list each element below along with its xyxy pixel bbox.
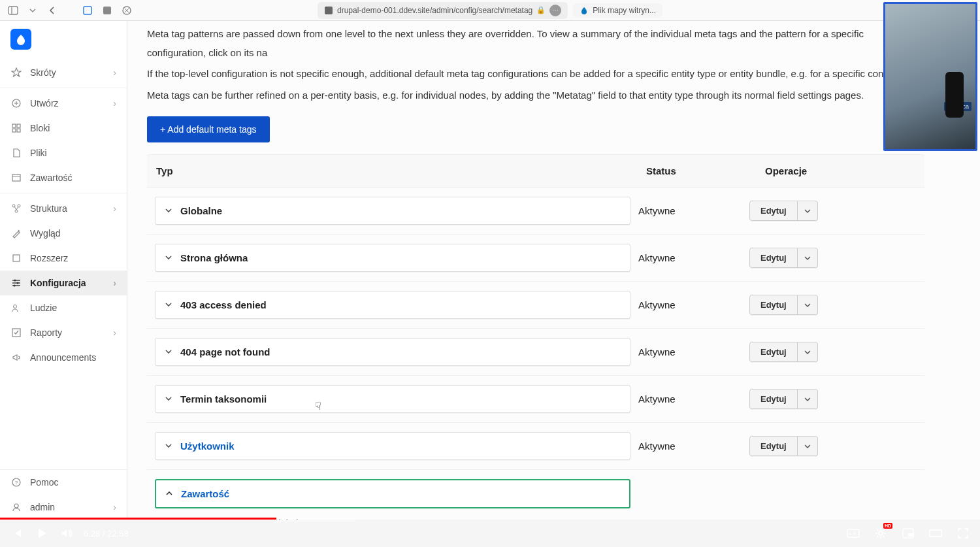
svg-rect-2 xyxy=(84,7,91,14)
edit-split-button[interactable]: Edytuj xyxy=(749,248,818,268)
edit-split-button[interactable]: Edytuj xyxy=(749,389,818,409)
table-header: Typ Status Operacje xyxy=(147,154,924,188)
table-row: 403 access denied Aktywne Edytuj xyxy=(147,282,924,329)
chevron-down-icon[interactable] xyxy=(798,342,817,361)
tab-url-text: drupal-demo-001.ddev.site/admin/config/s… xyxy=(337,6,532,15)
details-label: Termin taksonomii xyxy=(180,393,267,405)
sidebar-item-label: Pomoc xyxy=(30,477,59,488)
browser-tab-active[interactable]: drupal-demo-001.ddev.site/admin/config/s… xyxy=(318,2,568,19)
star-icon xyxy=(10,67,22,78)
sidebar-item-raporty[interactable]: Raporty › xyxy=(0,320,127,345)
app-icon-2[interactable] xyxy=(99,3,115,18)
edit-split-button[interactable]: Edytuj xyxy=(749,295,818,315)
chevron-down-icon[interactable] xyxy=(798,390,817,408)
edit-button-label[interactable]: Edytuj xyxy=(750,201,798,220)
sidebar-item-label: admin xyxy=(30,502,55,512)
details-label: Użytkownik xyxy=(180,440,235,452)
user-icon xyxy=(10,501,22,513)
edit-button-label[interactable]: Edytuj xyxy=(750,248,798,267)
tab-menu-icon[interactable]: ⋯ xyxy=(549,5,561,16)
drupal-logo[interactable] xyxy=(0,21,127,58)
lock-icon: 🔒 xyxy=(536,6,546,14)
sidebar-item-label: Raporty xyxy=(30,327,62,338)
browser-tab-sitemap[interactable]: Plik mapy witryn... xyxy=(573,3,662,18)
users-icon xyxy=(10,302,22,314)
sidebar-item-bloki[interactable]: Bloki xyxy=(0,116,127,141)
table-row: Strona główna Aktywne Edytuj xyxy=(147,235,924,282)
sidebar-item-admin[interactable]: admin › xyxy=(0,495,127,520)
edit-split-button[interactable]: Edytuj xyxy=(749,342,818,362)
app-icon-3[interactable] xyxy=(119,3,135,18)
sidebar-item-label: Announcements xyxy=(30,352,96,363)
edit-split-button[interactable]: Edytuj xyxy=(749,201,818,221)
chevron-down-icon xyxy=(165,347,174,357)
check-square-icon xyxy=(10,327,22,339)
back-icon[interactable] xyxy=(44,3,60,18)
sidebar-item-skroty[interactable]: Skróty › xyxy=(0,60,127,85)
edit-button-label[interactable]: Edytuj xyxy=(750,390,798,408)
sidebar-item-pomoc[interactable]: ? Pomoc xyxy=(0,470,127,495)
details-toggle[interactable]: Użytkownik xyxy=(155,432,630,460)
edit-button-label[interactable]: Edytuj xyxy=(750,342,798,361)
details-toggle[interactable]: 403 access denied xyxy=(155,291,630,319)
sidebar-toggle-icon[interactable] xyxy=(5,3,21,18)
details-toggle[interactable]: 404 page not found xyxy=(155,338,630,366)
previous-button[interactable] xyxy=(9,525,25,541)
details-toggle[interactable]: Strona główna xyxy=(155,244,630,272)
sidebar-item-rozszerz[interactable]: Rozszerz xyxy=(0,246,127,271)
chevron-down-icon xyxy=(165,300,174,310)
sidebar-item-announcements[interactable]: Announcements xyxy=(0,345,127,370)
wand-icon xyxy=(10,227,22,239)
edit-button-label[interactable]: Edytuj xyxy=(750,295,798,314)
sidebar-item-pliki[interactable]: Pliki xyxy=(0,141,127,165)
sidebar-item-struktura[interactable]: Struktura › xyxy=(0,196,127,221)
edit-button-label[interactable]: Edytuj xyxy=(750,437,798,456)
video-progress-fill xyxy=(0,518,276,520)
svg-rect-7 xyxy=(12,124,16,127)
sidebar-item-utworz[interactable]: Utwórz › xyxy=(0,91,127,116)
network-icon xyxy=(10,203,22,214)
fullscreen-button[interactable] xyxy=(955,525,971,541)
sidebar-item-label: Rozszerz xyxy=(30,253,68,263)
file-icon xyxy=(10,147,22,159)
chevron-down-icon[interactable] xyxy=(798,248,817,267)
chevron-up-icon xyxy=(165,489,174,499)
chevron-right-icon: › xyxy=(113,327,116,338)
chevron-down-icon[interactable] xyxy=(798,295,817,314)
theater-button[interactable] xyxy=(928,525,943,541)
play-button[interactable] xyxy=(34,525,50,541)
miniplayer-button[interactable] xyxy=(900,525,916,541)
chevron-down-icon[interactable] xyxy=(25,3,41,18)
tab-label: Plik mapy witryn... xyxy=(593,6,656,15)
chevron-down-icon[interactable] xyxy=(798,201,817,220)
settings-button[interactable] xyxy=(873,525,889,541)
meta-rows-list: Globalne Aktywne Edytuj Strona główna Ak… xyxy=(147,188,924,470)
add-default-meta-tags-button[interactable]: + Add default meta tags xyxy=(147,116,270,142)
svg-point-21 xyxy=(17,282,19,284)
details-toggle[interactable]: Termin taksonomii xyxy=(155,385,630,413)
edit-split-button[interactable]: Edytuj xyxy=(749,436,818,456)
chevron-down-icon xyxy=(165,206,174,216)
captions-button[interactable] xyxy=(845,525,861,541)
grid-icon xyxy=(10,122,22,134)
sidebar-item-wyglad[interactable]: Wygląd xyxy=(0,221,127,246)
sidebar-item-konfiguracja[interactable]: Konfiguracja › xyxy=(0,271,127,295)
table-row: Globalne Aktywne Edytuj xyxy=(147,188,924,235)
status-cell: Aktywne xyxy=(630,346,749,357)
video-progress-bar[interactable] xyxy=(0,518,980,520)
sidebar-item-label: Skróty xyxy=(30,67,56,78)
sidebar-item-ludzie[interactable]: Ludzie xyxy=(0,295,127,320)
volume-button[interactable] xyxy=(59,525,74,541)
details-toggle[interactable]: Globalne xyxy=(155,197,630,225)
details-toggle-zawartosc[interactable]: Zawartość xyxy=(155,479,630,508)
details-label: Zawartość xyxy=(181,488,229,499)
description-line-1: Meta tag patterns are passed down from o… xyxy=(147,25,924,62)
sidebar-item-zawartosc[interactable]: Zawartość xyxy=(0,165,127,190)
svg-rect-3 xyxy=(103,7,111,14)
description-line-3: Meta tags can be further refined on a pe… xyxy=(147,86,924,105)
app-icon-1[interactable] xyxy=(80,3,95,18)
chevron-down-icon[interactable] xyxy=(798,437,817,456)
status-cell: Aktywne xyxy=(630,205,749,216)
drupal-favicon-icon xyxy=(580,6,589,15)
svg-rect-9 xyxy=(12,129,16,132)
